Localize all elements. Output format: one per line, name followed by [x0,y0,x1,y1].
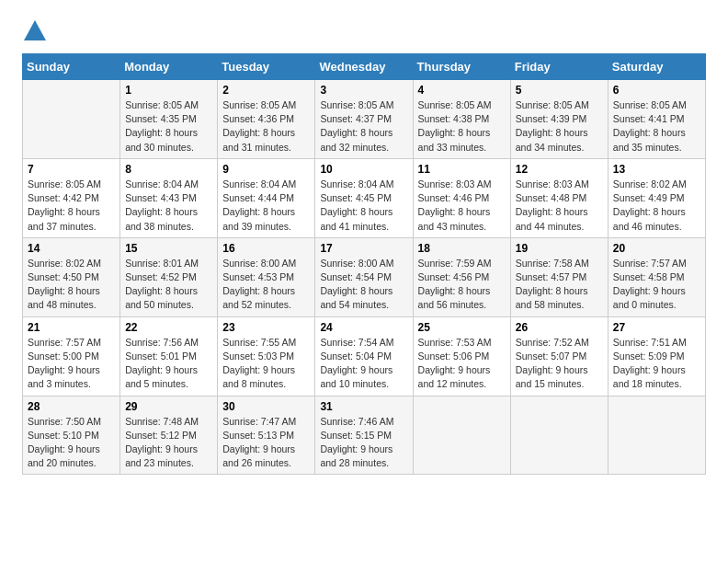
calendar-cell: 8Sunrise: 8:04 AMSunset: 4:43 PMDaylight… [120,158,218,237]
calendar-cell: 2Sunrise: 8:05 AMSunset: 4:36 PMDaylight… [218,80,315,159]
day-number: 31 [320,400,407,413]
calendar-cell: 30Sunrise: 7:47 AMSunset: 5:13 PMDayligh… [218,396,315,475]
calendar-cell: 23Sunrise: 7:55 AMSunset: 5:03 PMDayligh… [218,316,315,396]
weekday-header-monday: Monday [120,54,218,80]
day-number: 6 [613,84,700,97]
calendar-cell: 24Sunrise: 7:54 AMSunset: 5:04 PMDayligh… [315,316,413,396]
day-info: Sunrise: 8:02 AMSunset: 4:50 PMDaylight:… [28,257,115,313]
calendar-cell: 9Sunrise: 8:04 AMSunset: 4:44 PMDaylight… [218,158,315,237]
weekday-header-row: SundayMondayTuesdayWednesdayThursdayFrid… [23,54,706,80]
day-info: Sunrise: 7:46 AMSunset: 5:15 PMDaylight:… [320,415,407,471]
day-number: 11 [418,163,506,176]
calendar-cell: 1Sunrise: 8:05 AMSunset: 4:35 PMDaylight… [120,80,218,159]
day-number: 5 [516,84,603,97]
day-number: 19 [516,242,603,255]
calendar-week-row: 21Sunrise: 7:57 AMSunset: 5:00 PMDayligh… [23,316,706,396]
calendar-week-row: 7Sunrise: 8:05 AMSunset: 4:42 PMDaylight… [23,158,706,237]
calendar-cell: 6Sunrise: 8:05 AMSunset: 4:41 PMDaylight… [608,80,705,159]
day-info: Sunrise: 8:05 AMSunset: 4:39 PMDaylight:… [516,98,603,155]
day-number: 18 [418,242,506,255]
day-number: 23 [222,321,310,334]
day-info: Sunrise: 7:58 AMSunset: 4:57 PMDaylight:… [516,257,603,313]
day-number: 7 [28,163,115,176]
weekday-header-wednesday: Wednesday [315,54,413,80]
day-info: Sunrise: 8:05 AMSunset: 4:42 PMDaylight:… [28,178,115,234]
day-number: 22 [125,321,212,334]
day-number: 2 [222,84,310,97]
day-number: 25 [418,321,506,334]
day-info: Sunrise: 8:05 AMSunset: 4:41 PMDaylight:… [613,98,700,155]
day-info: Sunrise: 8:02 AMSunset: 4:49 PMDaylight:… [613,178,700,234]
calendar-cell: 5Sunrise: 8:05 AMSunset: 4:39 PMDaylight… [510,80,608,159]
day-info: Sunrise: 7:55 AMSunset: 5:03 PMDaylight:… [222,336,310,392]
logo-icon [22,18,48,44]
day-info: Sunrise: 8:05 AMSunset: 4:38 PMDaylight:… [418,98,506,155]
weekday-header-sunday: Sunday [23,54,120,80]
weekday-header-tuesday: Tuesday [218,54,315,80]
day-number: 28 [28,400,115,413]
calendar-cell [23,80,120,159]
calendar-cell: 22Sunrise: 7:56 AMSunset: 5:01 PMDayligh… [120,316,218,396]
day-info: Sunrise: 7:57 AMSunset: 4:58 PMDaylight:… [613,257,700,313]
calendar-cell: 15Sunrise: 8:01 AMSunset: 4:52 PMDayligh… [120,237,218,316]
day-info: Sunrise: 8:03 AMSunset: 4:48 PMDaylight:… [516,178,603,234]
calendar-week-row: 14Sunrise: 8:02 AMSunset: 4:50 PMDayligh… [23,237,706,316]
day-info: Sunrise: 8:01 AMSunset: 4:52 PMDaylight:… [125,257,212,313]
day-info: Sunrise: 7:59 AMSunset: 4:56 PMDaylight:… [418,257,506,313]
day-info: Sunrise: 7:47 AMSunset: 5:13 PMDaylight:… [222,415,310,471]
day-number: 15 [125,242,212,255]
day-number: 24 [320,321,407,334]
calendar-cell [413,396,510,475]
calendar-cell: 13Sunrise: 8:02 AMSunset: 4:49 PMDayligh… [608,158,705,237]
calendar-cell: 20Sunrise: 7:57 AMSunset: 4:58 PMDayligh… [608,237,705,316]
calendar-cell: 3Sunrise: 8:05 AMSunset: 4:37 PMDaylight… [315,80,413,159]
calendar-cell: 19Sunrise: 7:58 AMSunset: 4:57 PMDayligh… [510,237,608,316]
day-number: 4 [418,84,506,97]
calendar-cell: 10Sunrise: 8:04 AMSunset: 4:45 PMDayligh… [315,158,413,237]
calendar-cell: 14Sunrise: 8:02 AMSunset: 4:50 PMDayligh… [23,237,120,316]
day-info: Sunrise: 7:48 AMSunset: 5:12 PMDaylight:… [125,415,212,471]
calendar-cell: 16Sunrise: 8:00 AMSunset: 4:53 PMDayligh… [218,237,315,316]
day-info: Sunrise: 7:50 AMSunset: 5:10 PMDaylight:… [28,415,115,471]
day-number: 21 [28,321,115,334]
day-info: Sunrise: 8:05 AMSunset: 4:36 PMDaylight:… [222,98,310,155]
day-number: 26 [516,321,603,334]
calendar-cell: 12Sunrise: 8:03 AMSunset: 4:48 PMDayligh… [510,158,608,237]
calendar-cell: 28Sunrise: 7:50 AMSunset: 5:10 PMDayligh… [23,396,120,475]
weekday-header-saturday: Saturday [608,54,705,80]
day-info: Sunrise: 7:57 AMSunset: 5:00 PMDaylight:… [28,336,115,392]
day-info: Sunrise: 7:52 AMSunset: 5:07 PMDaylight:… [516,336,603,392]
calendar-table: SundayMondayTuesdayWednesdayThursdayFrid… [22,53,706,475]
calendar-cell [510,396,608,475]
day-number: 27 [613,321,700,334]
day-number: 14 [28,242,115,255]
day-info: Sunrise: 8:05 AMSunset: 4:37 PMDaylight:… [320,98,407,155]
day-number: 29 [125,400,212,413]
logo [22,18,51,44]
calendar-cell: 4Sunrise: 8:05 AMSunset: 4:38 PMDaylight… [413,80,510,159]
day-number: 12 [516,163,603,176]
calendar-cell: 25Sunrise: 7:53 AMSunset: 5:06 PMDayligh… [413,316,510,396]
day-number: 30 [222,400,310,413]
day-number: 10 [320,163,407,176]
day-number: 9 [222,163,310,176]
day-info: Sunrise: 8:04 AMSunset: 4:43 PMDaylight:… [125,178,212,234]
day-number: 20 [613,242,700,255]
weekday-header-friday: Friday [510,54,608,80]
calendar-cell: 31Sunrise: 7:46 AMSunset: 5:15 PMDayligh… [315,396,413,475]
day-number: 8 [125,163,212,176]
weekday-header-thursday: Thursday [413,54,510,80]
day-info: Sunrise: 7:53 AMSunset: 5:06 PMDaylight:… [418,336,506,392]
day-info: Sunrise: 8:04 AMSunset: 4:44 PMDaylight:… [222,178,310,234]
day-number: 3 [320,84,407,97]
day-number: 13 [613,163,700,176]
calendar-cell [608,396,705,475]
calendar-cell: 11Sunrise: 8:03 AMSunset: 4:46 PMDayligh… [413,158,510,237]
day-info: Sunrise: 8:03 AMSunset: 4:46 PMDaylight:… [418,178,506,234]
day-info: Sunrise: 8:04 AMSunset: 4:45 PMDaylight:… [320,178,407,234]
calendar-cell: 29Sunrise: 7:48 AMSunset: 5:12 PMDayligh… [120,396,218,475]
svg-marker-0 [24,20,46,40]
calendar-cell: 21Sunrise: 7:57 AMSunset: 5:00 PMDayligh… [23,316,120,396]
calendar-week-row: 28Sunrise: 7:50 AMSunset: 5:10 PMDayligh… [23,396,706,475]
day-info: Sunrise: 7:51 AMSunset: 5:09 PMDaylight:… [613,336,700,392]
